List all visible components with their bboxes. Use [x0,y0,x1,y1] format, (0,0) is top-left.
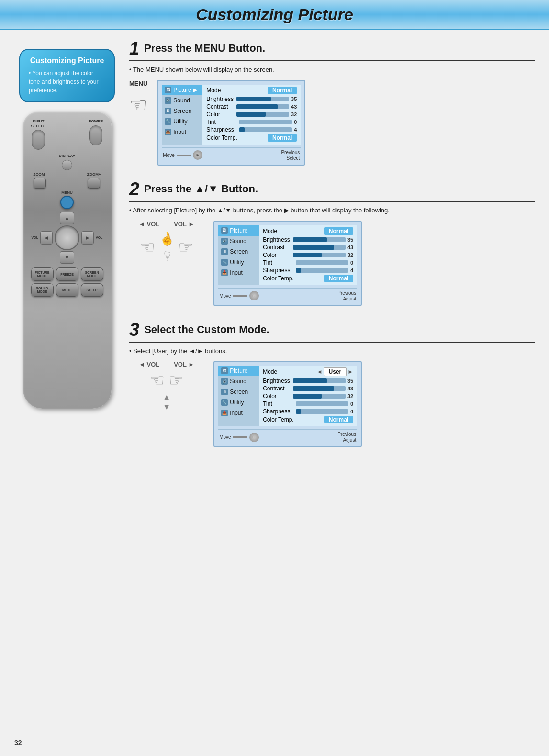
picture-mode-label: PICTURE MODE [35,271,50,278]
info-bubble-title: Customizing Picture [29,56,105,65]
content-area: Customizing Picture • You can adjust the… [0,30,549,457]
zoom-minus-label: ZOOM- [34,172,46,177]
input-select-button[interactable] [32,130,45,150]
dpad-left[interactable]: ◄ [40,231,53,245]
step2-menu-screen: 🖥Screen [218,246,259,257]
page-number: 32 [14,739,22,746]
step2-utility-icon: 🔧 [221,259,228,266]
right-column: 1 Press the MENU Button. • The MENU show… [129,39,535,447]
freeze-button[interactable]: FREEZE [56,267,78,281]
step2-header: 2 Press the ▲/▼ Button. [129,180,535,202]
zoom-plus-label: ZOOM+ [87,172,101,177]
zoom-row: ZOOM- ZOOM+ [29,172,106,189]
display-label: DISPLAY [59,154,75,158]
step2-menu-input: 📥Input [218,267,259,278]
step2-tint-bar [296,260,348,265]
step1-color-bar [236,112,289,117]
step2-colortemp-badge: Normal [324,275,353,282]
step2-body: ◄ VOL VOL ► ☜ ☝ ☟ ☞ [129,221,535,306]
menu-hand-icon: ☜ [129,93,147,117]
zoom-minus-button[interactable] [34,178,46,189]
picture-icon: 🖼 [165,87,171,93]
display-button[interactable] [62,160,72,170]
step1-sharpness-row: Sharpness 4 [206,126,297,133]
sleep-label: SLEEP [87,289,98,292]
step1-title: Press the MENU Button. [144,39,265,55]
dpad-down[interactable]: ▼ [60,251,74,264]
step1-footer-prev: Previous [281,150,300,155]
step3-tint-bar [296,401,348,406]
vol-left-hand-icon: ☜ [140,237,155,257]
screen-mode-label: SCREEN MODE [85,271,99,278]
step2-colortemp-row: Color Temp. Normal [263,275,353,282]
step2-mode-badge: Normal [324,227,353,235]
step2-contrast-bar [293,245,346,250]
step1-menu-screen: 🖥Screen [162,106,202,116]
step3-mode-row: Mode ◄ User ► [263,367,353,376]
step3-vol-left-label: ◄ VOL [139,361,159,368]
step3-menu-input: 📥Input [218,408,259,418]
zoom-plus-button[interactable] [88,178,100,189]
page-title: Customizing Picture [196,5,353,24]
step1-mode-row: Mode Normal [206,87,297,94]
step1-container: 1 Press the MENU Button. • The MENU show… [129,39,535,166]
mute-button[interactable]: MUTE [56,283,78,297]
sound-mode-button[interactable]: SOUND MODE [31,283,54,297]
step1-colortemp-row: Color Temp. Normal [206,134,297,142]
step1-menu-utility: 🔧Utility [162,116,202,127]
step3-sound-icon: 🔊 [221,378,228,385]
step3-brightness-row: Brightness 35 [263,378,353,384]
step3-contrast-row: Contrast 43 [263,385,353,392]
step3-contrast-bar [293,386,346,391]
dpad: ▲ VOL ◄ ► VOL ▼ [29,212,106,264]
step3-mode-right-arrow: ► [347,368,353,375]
sound-mode-label: SOUND MODE [36,287,48,294]
step2-sound-icon: 🔊 [221,238,228,245]
dpad-up[interactable]: ▲ [60,212,74,224]
step2-contrast-row: Contrast 43 [263,244,353,251]
menu-button[interactable] [60,196,74,209]
remote-top-row: INPUT SELECT POWER [29,119,106,150]
power-label: POWER [89,119,103,124]
screen-mode-button[interactable]: SCREEN MODE [81,267,103,281]
step2-desc: • After selecting [Picture] by the ▲/▼ b… [129,206,535,216]
step2-title: Press the ▲/▼ Button. [144,180,258,195]
step3-color-row: Color 32 [263,393,353,400]
step3-sharpness-row: Sharpness 4 [263,408,353,415]
power-button[interactable] [89,125,102,145]
step2-sharpness-bar [296,268,348,273]
vol-left-hand-label: ◄ VOL [139,221,159,228]
step1-menu-footer: Move ⊙ Previous Select [162,147,301,161]
step1-contrast-row: Contrast 43 [206,103,297,110]
step3-tint-row: Tint 0 [263,400,353,407]
step1-brightness-row: Brightness 35 [206,96,297,102]
utility-icon: 🔧 [165,118,171,125]
dpad-center[interactable] [55,225,79,250]
step2-footer-move: Move [219,293,231,299]
step3-menu-footer: Move ⊙ Previous Adjust [218,429,357,443]
vol-down-hand-icon: ☟ [161,248,172,264]
step3-menu-screen2: 🖥Screen [218,387,259,397]
step2-footer-adjust: Adjust [343,296,356,301]
info-bubble: Customizing Picture • You can adjust the… [19,49,115,102]
step3-container: 3 Select the Custom Mode. • Select [User… [129,321,535,448]
remote-control: INPUT SELECT POWER DISPLAY ZOOM- [23,112,112,409]
step3-vol-right-label: VOL ► [174,361,194,368]
sound-icon: 🔊 [165,97,171,104]
step3-menu-picture: 🖼 Picture [218,366,259,376]
step2-menu-picture: 🖼 Picture [218,225,259,236]
step3-footer-icon: ⊙ [249,433,259,442]
step3-colortemp-row: Color Temp. Normal [263,416,353,423]
step1-contrast-bar [236,104,289,109]
step1-menu-input: 📥Input [162,127,202,137]
menu-hand-label: MENU [129,80,147,87]
picture-mode-button[interactable]: PICTURE MODE [31,267,54,281]
sleep-button[interactable]: SLEEP [81,283,103,297]
display-row: DISPLAY [29,154,106,158]
screen-icon: 🖥 [165,108,171,114]
step3-sharpness-bar [296,409,348,414]
step2-footer-icon: ⊙ [249,291,259,300]
step3-colortemp-badge: Normal [324,416,353,423]
dpad-right[interactable]: ► [81,231,94,245]
mute-label: MUTE [62,289,72,292]
